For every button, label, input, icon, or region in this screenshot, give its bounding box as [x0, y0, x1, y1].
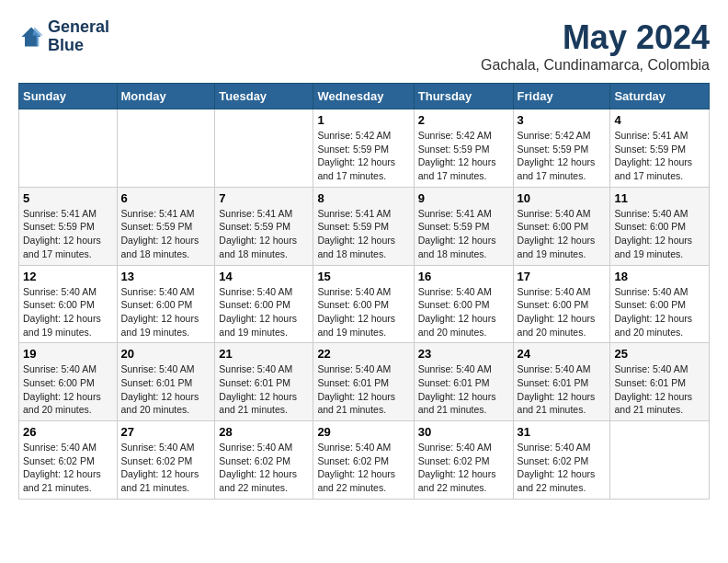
day-number: 5 [23, 191, 113, 205]
day-info: Sunrise: 5:40 AMSunset: 6:01 PMDaylight:… [418, 362, 509, 417]
day-info: Sunrise: 5:40 AMSunset: 6:00 PMDaylight:… [418, 285, 509, 339]
day-number: 20 [121, 347, 211, 361]
day-info: Sunrise: 5:41 AMSunset: 5:59 PMDaylight:… [614, 129, 705, 183]
calendar-cell: 5Sunrise: 5:41 AMSunset: 5:59 PMDaylight… [19, 187, 118, 265]
day-number: 13 [121, 270, 211, 283]
calendar-cell [117, 109, 215, 188]
day-number: 19 [23, 347, 113, 361]
day-info: Sunrise: 5:40 AMSunset: 6:00 PMDaylight:… [518, 285, 607, 339]
day-info: Sunrise: 5:40 AMSunset: 6:00 PMDaylight:… [219, 285, 309, 339]
logo-icon [18, 24, 44, 50]
day-number: 11 [614, 191, 705, 205]
day-info: Sunrise: 5:40 AMSunset: 6:00 PMDaylight:… [23, 285, 113, 339]
header-day: Saturday [610, 84, 710, 109]
week-row: 19Sunrise: 5:40 AMSunset: 6:00 PMDayligh… [19, 343, 710, 421]
header-day: Tuesday [215, 84, 313, 109]
calendar-cell: 1Sunrise: 5:42 AMSunset: 5:59 PMDaylight… [313, 109, 414, 188]
day-info: Sunrise: 5:42 AMSunset: 5:59 PMDaylight:… [317, 129, 409, 183]
day-number: 26 [23, 425, 113, 439]
day-info: Sunrise: 5:41 AMSunset: 5:59 PMDaylight:… [23, 207, 113, 261]
calendar-cell: 27Sunrise: 5:40 AMSunset: 6:02 PMDayligh… [117, 421, 215, 500]
calendar-cell: 9Sunrise: 5:41 AMSunset: 5:59 PMDaylight… [414, 187, 513, 265]
day-info: Sunrise: 5:42 AMSunset: 5:59 PMDaylight:… [518, 129, 607, 183]
day-number: 9 [418, 191, 509, 205]
day-number: 17 [518, 270, 607, 283]
logo: General Blue [18, 18, 109, 55]
calendar-cell: 6Sunrise: 5:41 AMSunset: 5:59 PMDaylight… [117, 187, 215, 265]
day-info: Sunrise: 5:40 AMSunset: 6:02 PMDaylight:… [23, 441, 113, 495]
day-number: 25 [614, 347, 705, 361]
week-row: 26Sunrise: 5:40 AMSunset: 6:02 PMDayligh… [19, 421, 710, 500]
day-number: 31 [518, 425, 607, 439]
day-number: 7 [219, 191, 309, 205]
day-number: 14 [219, 270, 309, 283]
day-number: 8 [317, 191, 409, 205]
main-title: May 2024 [481, 18, 710, 57]
calendar-cell: 30Sunrise: 5:40 AMSunset: 6:02 PMDayligh… [414, 421, 513, 500]
day-number: 16 [418, 270, 509, 283]
header-day: Sunday [19, 84, 118, 109]
day-info: Sunrise: 5:40 AMSunset: 6:02 PMDaylight:… [317, 441, 409, 495]
day-number: 21 [219, 347, 309, 361]
calendar-cell [610, 421, 710, 500]
day-number: 3 [518, 113, 607, 127]
day-info: Sunrise: 5:40 AMSunset: 6:00 PMDaylight:… [317, 285, 409, 339]
day-info: Sunrise: 5:40 AMSunset: 6:01 PMDaylight:… [518, 362, 607, 417]
calendar-cell: 29Sunrise: 5:40 AMSunset: 6:02 PMDayligh… [313, 421, 414, 500]
week-row: 12Sunrise: 5:40 AMSunset: 6:00 PMDayligh… [19, 265, 710, 343]
day-info: Sunrise: 5:40 AMSunset: 6:00 PMDaylight:… [614, 285, 705, 339]
day-number: 22 [317, 347, 409, 361]
day-info: Sunrise: 5:40 AMSunset: 6:00 PMDaylight:… [23, 362, 113, 417]
calendar-cell: 2Sunrise: 5:42 AMSunset: 5:59 PMDaylight… [414, 109, 513, 188]
day-info: Sunrise: 5:40 AMSunset: 6:00 PMDaylight:… [518, 207, 607, 261]
calendar-cell: 3Sunrise: 5:42 AMSunset: 5:59 PMDaylight… [513, 109, 610, 188]
calendar-cell: 20Sunrise: 5:40 AMSunset: 6:01 PMDayligh… [117, 343, 215, 421]
calendar-cell: 12Sunrise: 5:40 AMSunset: 6:00 PMDayligh… [19, 265, 118, 343]
calendar-cell [215, 109, 313, 188]
calendar-cell: 16Sunrise: 5:40 AMSunset: 6:00 PMDayligh… [414, 265, 513, 343]
day-number: 12 [23, 270, 113, 283]
day-info: Sunrise: 5:40 AMSunset: 6:02 PMDaylight:… [219, 441, 309, 495]
day-info: Sunrise: 5:40 AMSunset: 6:01 PMDaylight:… [614, 362, 705, 417]
calendar-cell: 19Sunrise: 5:40 AMSunset: 6:00 PMDayligh… [19, 343, 118, 421]
calendar-cell: 8Sunrise: 5:41 AMSunset: 5:59 PMDaylight… [313, 187, 414, 265]
day-number: 18 [614, 270, 705, 283]
day-info: Sunrise: 5:41 AMSunset: 5:59 PMDaylight:… [219, 207, 309, 261]
day-number: 1 [317, 113, 409, 127]
day-info: Sunrise: 5:40 AMSunset: 6:02 PMDaylight:… [121, 441, 211, 495]
calendar-cell: 18Sunrise: 5:40 AMSunset: 6:00 PMDayligh… [610, 265, 710, 343]
week-row: 1Sunrise: 5:42 AMSunset: 5:59 PMDaylight… [19, 109, 710, 188]
header-day: Monday [117, 84, 215, 109]
header-day: Wednesday [313, 84, 414, 109]
day-number: 4 [614, 113, 705, 127]
header-row: SundayMondayTuesdayWednesdayThursdayFrid… [19, 84, 710, 109]
week-row: 5Sunrise: 5:41 AMSunset: 5:59 PMDaylight… [19, 187, 710, 265]
day-info: Sunrise: 5:41 AMSunset: 5:59 PMDaylight:… [418, 207, 509, 261]
day-number: 2 [418, 113, 509, 127]
calendar-cell [19, 109, 118, 188]
calendar-cell: 25Sunrise: 5:40 AMSunset: 6:01 PMDayligh… [610, 343, 710, 421]
header-day: Friday [513, 84, 610, 109]
day-number: 30 [418, 425, 509, 439]
title-block: May 2024 Gachala, Cundinamarca, Colombia [481, 18, 710, 74]
calendar-table: SundayMondayTuesdayWednesdayThursdayFrid… [18, 83, 710, 500]
day-info: Sunrise: 5:41 AMSunset: 5:59 PMDaylight:… [121, 207, 211, 261]
day-number: 28 [219, 425, 309, 439]
calendar-cell: 21Sunrise: 5:40 AMSunset: 6:01 PMDayligh… [215, 343, 313, 421]
day-info: Sunrise: 5:40 AMSunset: 6:02 PMDaylight:… [518, 441, 607, 495]
calendar-cell: 31Sunrise: 5:40 AMSunset: 6:02 PMDayligh… [513, 421, 610, 500]
calendar-cell: 10Sunrise: 5:40 AMSunset: 6:00 PMDayligh… [513, 187, 610, 265]
calendar-cell: 28Sunrise: 5:40 AMSunset: 6:02 PMDayligh… [215, 421, 313, 500]
calendar-cell: 17Sunrise: 5:40 AMSunset: 6:00 PMDayligh… [513, 265, 610, 343]
day-info: Sunrise: 5:40 AMSunset: 6:01 PMDaylight:… [219, 362, 309, 417]
day-number: 6 [121, 191, 211, 205]
day-number: 10 [518, 191, 607, 205]
day-number: 27 [121, 425, 211, 439]
day-info: Sunrise: 5:40 AMSunset: 6:00 PMDaylight:… [614, 207, 705, 261]
calendar-cell: 13Sunrise: 5:40 AMSunset: 6:00 PMDayligh… [117, 265, 215, 343]
logo-text: General Blue [48, 18, 109, 55]
calendar-cell: 14Sunrise: 5:40 AMSunset: 6:00 PMDayligh… [215, 265, 313, 343]
calendar-cell: 23Sunrise: 5:40 AMSunset: 6:01 PMDayligh… [414, 343, 513, 421]
day-number: 23 [418, 347, 509, 361]
day-info: Sunrise: 5:40 AMSunset: 6:01 PMDaylight:… [121, 362, 211, 417]
